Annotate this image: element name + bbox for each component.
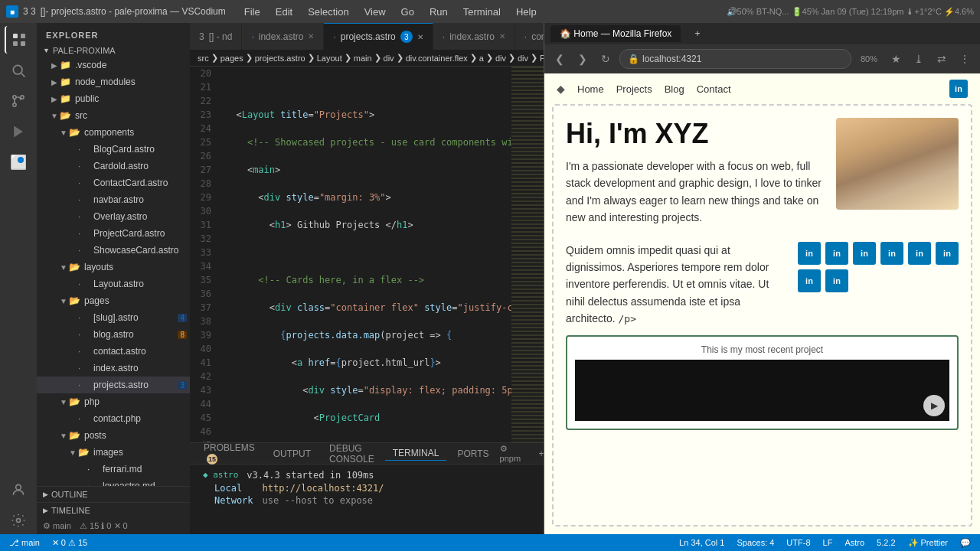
root-folder[interactable]: ▼ PALE-PROXIMA — [37, 44, 190, 57]
activity-account[interactable] — [5, 476, 32, 504]
explorer-tree[interactable]: ▶📁.vscode ▶📁node_modules ▶📁public ▼📂src … — [37, 57, 190, 486]
linkedin-btn-7[interactable]: in — [798, 269, 821, 292]
tree-slug[interactable]: ∙[slug].astro 4 — [37, 309, 190, 326]
tree-cardold[interactable]: ∙Cardold.astro — [37, 158, 190, 174]
nav-link-blog[interactable]: Blog — [665, 83, 684, 95]
tree-node-modules[interactable]: ▶📁node_modules — [37, 73, 190, 90]
tree-layouts[interactable]: ▼📂layouts — [37, 259, 190, 276]
status-errors[interactable]: ✕ 0 ⚠ 15 — [49, 538, 90, 548]
tree-showcasecard[interactable]: ∙ShowcaseCard.astro — [37, 242, 190, 259]
tree-contact-php[interactable]: ∙contact.php — [37, 410, 190, 427]
menu-view[interactable]: View — [358, 5, 392, 19]
tab-debug-console[interactable]: DEBUG CONSOLE — [322, 442, 382, 466]
breadcrumb-div3[interactable]: div — [518, 54, 528, 63]
tree-index[interactable]: ∙index.astro — [37, 360, 190, 377]
tab-projects-astro[interactable]: ∙ projects.astro 3 ✕ — [324, 23, 433, 50]
tab-close-projects[interactable]: ✕ — [417, 33, 423, 41]
menu-go[interactable]: Go — [395, 5, 420, 19]
status-branch[interactable]: ⎇ main — [6, 538, 43, 548]
tree-contactcard[interactable]: ∙ContactCard.astro — [37, 174, 190, 191]
tree-components[interactable]: ▼📂components — [37, 124, 190, 141]
tree-images[interactable]: ▼📂images — [37, 444, 190, 461]
activity-search[interactable] — [5, 57, 32, 84]
linkedin-btn-3[interactable]: in — [853, 242, 876, 265]
tree-src[interactable]: ▼📂src — [37, 107, 190, 124]
tab-output[interactable]: OUTPUT — [266, 447, 318, 461]
tab-ports[interactable]: PORTS — [449, 447, 496, 461]
status-prettier[interactable]: ✨ Prettier — [905, 538, 951, 548]
activity-debug[interactable] — [5, 118, 32, 145]
linkedin-btn-2[interactable]: in — [825, 242, 848, 265]
tree-posts[interactable]: ▼📂posts — [37, 427, 190, 444]
tab-problems[interactable]: PROBLEMS 15 — [196, 441, 263, 466]
tree-vscode[interactable]: ▶📁.vscode — [37, 57, 190, 73]
linkedin-nav-icon[interactable]: in — [949, 80, 968, 98]
menu-file[interactable]: File — [238, 5, 266, 19]
activity-explorer[interactable] — [5, 26, 32, 54]
browser-sync-button[interactable]: ⇄ — [933, 50, 951, 68]
breadcrumb-a[interactable]: a — [479, 54, 484, 63]
breadcrumb-layout[interactable]: Layout — [317, 54, 342, 63]
linkedin-btn-5[interactable]: in — [908, 242, 931, 265]
linkedin-btn-4[interactable]: in — [880, 242, 903, 265]
browser-download-button[interactable]: ⤓ — [910, 50, 928, 68]
status-spaces[interactable]: Spaces: 4 — [733, 538, 777, 548]
status-eol[interactable]: LF — [820, 538, 836, 548]
browser-tab-home[interactable]: 🏠 Home — Mozilla Firefox — [550, 25, 681, 42]
tree-contact[interactable]: ∙contact.astro — [37, 343, 190, 360]
play-button[interactable]: ▶ — [923, 395, 945, 416]
breadcrumb-div-container[interactable]: div.container.flex — [406, 54, 468, 63]
tab-index-nd[interactable]: 3 [] - nd — [190, 23, 242, 50]
menu-help[interactable]: Help — [510, 5, 543, 19]
browser-bookmark-button[interactable]: ★ — [887, 50, 905, 68]
tab-close-index[interactable]: ✕ — [308, 32, 314, 41]
tree-layout-astro[interactable]: ∙Layout.astro — [37, 276, 190, 292]
tab-terminal[interactable]: TERMINAL — [385, 446, 447, 461]
tree-pages[interactable]: ▼📂pages — [37, 292, 190, 309]
tree-php[interactable]: ▼📂php — [37, 393, 190, 410]
linkedin-btn-6[interactable]: in — [936, 242, 959, 265]
browser-menu-button[interactable]: ⋮ — [956, 50, 974, 68]
activity-settings[interactable] — [5, 507, 32, 534]
tree-public[interactable]: ▶📁public — [37, 90, 190, 107]
tree-navbar[interactable]: ∙navbar.astro — [37, 191, 190, 208]
menu-run[interactable]: Run — [423, 5, 454, 19]
status-language[interactable]: Astro — [841, 538, 867, 548]
breadcrumb-div[interactable]: div — [384, 54, 394, 63]
browser-tab-new[interactable]: + — [688, 25, 706, 42]
timeline-header[interactable]: ▶ TIMELINE — [37, 503, 190, 518]
breadcrumb-src[interactable]: src — [198, 54, 209, 63]
tree-blog[interactable]: ∙blog.astro 8 — [37, 326, 190, 343]
outline-header[interactable]: ▶ OUTLINE — [37, 487, 190, 502]
breadcrumb-pages[interactable]: pages — [220, 54, 243, 63]
breadcrumb-div2[interactable]: div — [495, 54, 506, 63]
browser-url-bar[interactable]: 🔒 localhost:4321 — [619, 49, 851, 69]
nav-link-home[interactable]: Home — [577, 83, 604, 95]
breadcrumb-main[interactable]: main — [354, 54, 372, 63]
tab-close-index2[interactable]: ✕ — [499, 32, 505, 41]
tab-index-astro[interactable]: ∙ index.astro ✕ — [242, 23, 324, 50]
tree-overlay[interactable]: ∙Overlay.astro — [37, 208, 190, 225]
tab-contact-astro[interactable]: ∙ contact.astro ✕ — [515, 23, 544, 50]
tree-loveastro[interactable]: ∙loveastro.md — [37, 478, 190, 486]
nav-link-projects[interactable]: Projects — [616, 83, 652, 95]
code-content[interactable]: <Layout title="Projects"> <!-- Showcased… — [217, 67, 511, 442]
terminal-add-button[interactable]: + — [534, 446, 544, 461]
linkedin-btn-8[interactable]: in — [825, 269, 848, 292]
code-editor[interactable]: 2021222324 2526272829 3031323334 3536373… — [190, 67, 544, 442]
browser-refresh-button[interactable]: ↻ — [596, 50, 615, 68]
activity-extensions[interactable]: ⬜ — [5, 148, 32, 176]
menu-terminal[interactable]: Terminal — [457, 5, 507, 19]
tree-projectcard[interactable]: ∙ProjectCard.astro — [37, 225, 190, 242]
browser-forward-button[interactable]: ❯ — [573, 50, 592, 68]
tree-ferrari[interactable]: ∙ferrari.md — [37, 461, 190, 478]
tree-blogcard[interactable]: ∙BlogCard.astro — [37, 141, 190, 158]
activity-git[interactable] — [5, 87, 32, 115]
status-encoding[interactable]: UTF-8 — [783, 538, 813, 548]
status-position[interactable]: Ln 34, Col 1 — [676, 538, 727, 548]
menu-edit[interactable]: Edit — [270, 5, 299, 19]
status-feedback[interactable]: 💬 — [957, 538, 974, 548]
tree-projects[interactable]: ∙projects.astro 3 — [37, 377, 190, 393]
code-lines[interactable]: 2021222324 2526272829 3031323334 3536373… — [190, 67, 544, 442]
browser-back-button[interactable]: ❮ — [550, 50, 569, 68]
